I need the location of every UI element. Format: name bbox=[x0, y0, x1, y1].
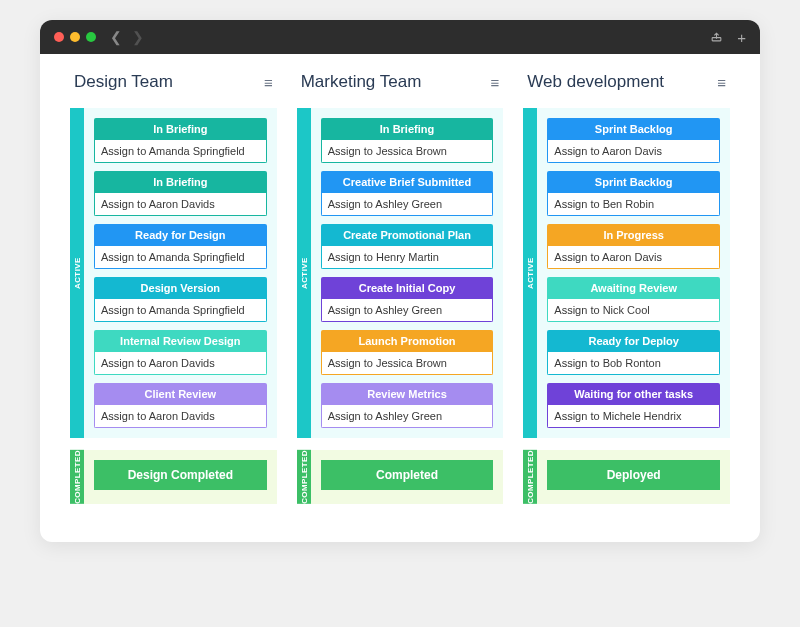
completed-body: Completed bbox=[311, 450, 504, 504]
task-card-assignee: Assign to Ben Robin bbox=[547, 193, 720, 216]
completed-tab[interactable]: COMPLETED bbox=[70, 450, 84, 504]
task-card-title: Waiting for other tasks bbox=[547, 383, 720, 405]
task-card-title: In Progress bbox=[547, 224, 720, 246]
task-card-assignee: Assign to Ashley Green bbox=[321, 299, 494, 322]
forward-button[interactable]: ❯ bbox=[132, 29, 144, 45]
task-card[interactable]: In BriefingAssign to Amanda Springfield bbox=[94, 118, 267, 163]
task-card-title: Create Initial Copy bbox=[321, 277, 494, 299]
completed-card[interactable]: Deployed bbox=[547, 460, 720, 490]
task-card[interactable]: Create Promotional PlanAssign to Henry M… bbox=[321, 224, 494, 269]
active-body: In BriefingAssign to Jessica BrownCreati… bbox=[311, 108, 504, 438]
task-card-assignee: Assign to Henry Martin bbox=[321, 246, 494, 269]
task-card-title: Sprint Backlog bbox=[547, 118, 720, 140]
task-card-assignee: Assign to Ashley Green bbox=[321, 193, 494, 216]
task-card[interactable]: In ProgressAssign to Aaron Davis bbox=[547, 224, 720, 269]
board-column: Marketing Team≡ACTIVEIn BriefingAssign t… bbox=[297, 72, 504, 516]
column-header: Design Team≡ bbox=[70, 72, 277, 108]
task-card-title: Ready for Deploy bbox=[547, 330, 720, 352]
titlebar-right: + bbox=[710, 29, 746, 46]
completed-tab[interactable]: COMPLETED bbox=[297, 450, 311, 504]
active-section: ACTIVEIn BriefingAssign to Jessica Brown… bbox=[297, 108, 504, 438]
task-card[interactable]: Sprint BacklogAssign to Ben Robin bbox=[547, 171, 720, 216]
completed-section: COMPLETEDCompleted bbox=[297, 450, 504, 504]
task-card-title: Ready for Design bbox=[94, 224, 267, 246]
task-card-assignee: Assign to Nick Cool bbox=[547, 299, 720, 322]
task-card[interactable]: Internal Review DesignAssign to Aaron Da… bbox=[94, 330, 267, 375]
active-tab[interactable]: ACTIVE bbox=[70, 108, 84, 438]
board-column: Web development≡ACTIVESprint BacklogAssi… bbox=[523, 72, 730, 516]
task-card-title: Review Metrics bbox=[321, 383, 494, 405]
titlebar-left: ❮ ❯ bbox=[54, 29, 144, 45]
task-card-title: Internal Review Design bbox=[94, 330, 267, 352]
task-card[interactable]: Client ReviewAssign to Aaron Davids bbox=[94, 383, 267, 428]
task-card-assignee: Assign to Aaron Davis bbox=[547, 140, 720, 163]
task-card[interactable]: Ready for DeployAssign to Bob Ronton bbox=[547, 330, 720, 375]
task-card[interactable]: In BriefingAssign to Jessica Brown bbox=[321, 118, 494, 163]
task-card-assignee: Assign to Aaron Davids bbox=[94, 405, 267, 428]
active-body: In BriefingAssign to Amanda SpringfieldI… bbox=[84, 108, 277, 438]
task-card-title: Launch Promotion bbox=[321, 330, 494, 352]
column-title: Marketing Team bbox=[301, 72, 422, 92]
column-header: Web development≡ bbox=[523, 72, 730, 108]
task-card[interactable]: Sprint BacklogAssign to Aaron Davis bbox=[547, 118, 720, 163]
task-card-title: Creative Brief Submitted bbox=[321, 171, 494, 193]
nav-arrows: ❮ ❯ bbox=[110, 29, 144, 45]
task-card-title: In Briefing bbox=[94, 171, 267, 193]
task-card-assignee: Assign to Ashley Green bbox=[321, 405, 494, 428]
completed-card[interactable]: Design Completed bbox=[94, 460, 267, 490]
task-card[interactable]: Review MetricsAssign to Ashley Green bbox=[321, 383, 494, 428]
task-card-assignee: Assign to Amanda Springfield bbox=[94, 246, 267, 269]
task-card-assignee: Assign to Aaron Davids bbox=[94, 193, 267, 216]
active-section: ACTIVEIn BriefingAssign to Amanda Spring… bbox=[70, 108, 277, 438]
task-card-assignee: Assign to Bob Ronton bbox=[547, 352, 720, 375]
task-card-assignee: Assign to Amanda Springfield bbox=[94, 299, 267, 322]
task-card-assignee: Assign to Aaron Davids bbox=[94, 352, 267, 375]
board: Design Team≡ACTIVEIn BriefingAssign to A… bbox=[40, 54, 760, 542]
new-tab-button[interactable]: + bbox=[737, 29, 746, 46]
column-header: Marketing Team≡ bbox=[297, 72, 504, 108]
active-body: Sprint BacklogAssign to Aaron DavisSprin… bbox=[537, 108, 730, 438]
column-title: Web development bbox=[527, 72, 664, 92]
completed-tab[interactable]: COMPLETED bbox=[523, 450, 537, 504]
completed-section: COMPLETEDDeployed bbox=[523, 450, 730, 504]
share-icon[interactable] bbox=[710, 29, 723, 46]
completed-body: Design Completed bbox=[84, 450, 277, 504]
task-card[interactable]: Ready for DesignAssign to Amanda Springf… bbox=[94, 224, 267, 269]
task-card-title: In Briefing bbox=[321, 118, 494, 140]
maximize-icon[interactable] bbox=[86, 32, 96, 42]
task-card-title: Sprint Backlog bbox=[547, 171, 720, 193]
svg-rect-0 bbox=[712, 37, 721, 40]
task-card[interactable]: In BriefingAssign to Aaron Davids bbox=[94, 171, 267, 216]
completed-section: COMPLETEDDesign Completed bbox=[70, 450, 277, 504]
task-card[interactable]: Creative Brief SubmittedAssign to Ashley… bbox=[321, 171, 494, 216]
column-title: Design Team bbox=[74, 72, 173, 92]
close-icon[interactable] bbox=[54, 32, 64, 42]
column-menu-icon[interactable]: ≡ bbox=[264, 74, 273, 91]
active-section: ACTIVESprint BacklogAssign to Aaron Davi… bbox=[523, 108, 730, 438]
task-card-title: Client Review bbox=[94, 383, 267, 405]
task-card[interactable]: Launch PromotionAssign to Jessica Brown bbox=[321, 330, 494, 375]
task-card-title: In Briefing bbox=[94, 118, 267, 140]
active-tab[interactable]: ACTIVE bbox=[523, 108, 537, 438]
task-card[interactable]: Create Initial CopyAssign to Ashley Gree… bbox=[321, 277, 494, 322]
board-column: Design Team≡ACTIVEIn BriefingAssign to A… bbox=[70, 72, 277, 516]
task-card-title: Design Version bbox=[94, 277, 267, 299]
completed-body: Deployed bbox=[537, 450, 730, 504]
task-card[interactable]: Design VersionAssign to Amanda Springfie… bbox=[94, 277, 267, 322]
task-card-title: Awaiting Review bbox=[547, 277, 720, 299]
back-button[interactable]: ❮ bbox=[110, 29, 122, 45]
column-menu-icon[interactable]: ≡ bbox=[717, 74, 726, 91]
minimize-icon[interactable] bbox=[70, 32, 80, 42]
task-card[interactable]: Waiting for other tasksAssign to Michele… bbox=[547, 383, 720, 428]
column-menu-icon[interactable]: ≡ bbox=[491, 74, 500, 91]
task-card-assignee: Assign to Michele Hendrix bbox=[547, 405, 720, 428]
task-card-assignee: Assign to Amanda Springfield bbox=[94, 140, 267, 163]
task-card-assignee: Assign to Jessica Brown bbox=[321, 352, 494, 375]
task-card-title: Create Promotional Plan bbox=[321, 224, 494, 246]
titlebar: ❮ ❯ + bbox=[40, 20, 760, 54]
app-window: ❮ ❯ + Design Team≡ACTIVEIn BriefingAssig… bbox=[40, 20, 760, 542]
task-card-assignee: Assign to Aaron Davis bbox=[547, 246, 720, 269]
active-tab[interactable]: ACTIVE bbox=[297, 108, 311, 438]
completed-card[interactable]: Completed bbox=[321, 460, 494, 490]
task-card[interactable]: Awaiting ReviewAssign to Nick Cool bbox=[547, 277, 720, 322]
